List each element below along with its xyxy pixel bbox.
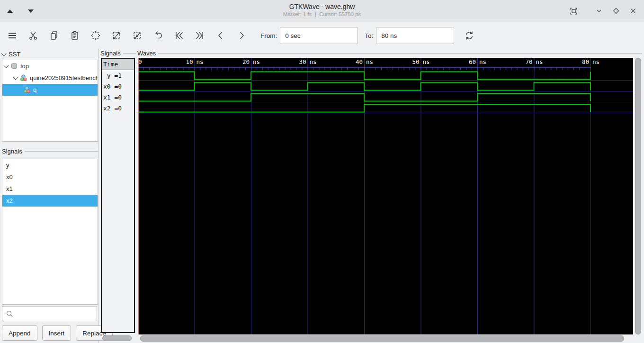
tree-node-label: quine20250915testbench xyxy=(30,74,98,81)
svg-text:ns: ns xyxy=(366,58,373,65)
svg-text:ns: ns xyxy=(479,58,486,65)
marker-status: Marker: 1 fs xyxy=(283,11,312,17)
zoom-out-icon xyxy=(132,30,143,41)
zoom-fit-button[interactable] xyxy=(87,27,104,44)
status-divider: | xyxy=(315,11,316,17)
maximize-button[interactable] xyxy=(611,6,621,16)
signal-list-item-x0[interactable]: x0 xyxy=(2,171,98,183)
chevron-left-icon xyxy=(215,30,226,41)
svg-text:ns: ns xyxy=(536,58,543,65)
waves-hscrollbar[interactable] xyxy=(140,335,630,342)
to-input[interactable] xyxy=(376,27,454,44)
time-header[interactable]: Time xyxy=(102,59,134,70)
signal-search-input[interactable] xyxy=(2,306,97,321)
svg-text:60: 60 xyxy=(469,58,476,65)
menu-button[interactable] xyxy=(4,27,21,44)
value-row-x2[interactable]: x2 =0 xyxy=(102,103,134,114)
chevron-down-icon xyxy=(3,63,9,68)
signals-frame-label: Signals xyxy=(2,147,98,155)
chevron-right-icon xyxy=(236,30,247,41)
tree-node-q[interactable]: q xyxy=(2,84,98,96)
sst-collapse-header[interactable]: SST xyxy=(2,49,98,59)
waves-frame-label: Waves xyxy=(137,49,642,57)
signal-list: yx0x1x2 xyxy=(2,159,98,305)
reload-button[interactable] xyxy=(461,27,478,44)
frame-line xyxy=(25,151,98,152)
waves-panel: Waves 010ns20ns30ns40ns50ns60ns70ns80ns xyxy=(137,49,642,343)
pane-splitter[interactable] xyxy=(98,49,99,343)
window-title: GTKWave - wave.ghw xyxy=(142,3,502,10)
zoom-in-icon xyxy=(111,30,122,41)
copy-button[interactable] xyxy=(45,27,63,44)
svg-text:ns: ns xyxy=(310,58,317,65)
minimize-button[interactable] xyxy=(594,6,604,16)
scissors-icon xyxy=(28,30,38,41)
sst-title: SST xyxy=(9,51,20,58)
menu-icon xyxy=(7,30,18,41)
append-button[interactable]: Append xyxy=(2,325,37,341)
go-to-start-button[interactable] xyxy=(170,27,188,44)
main-toolbar: From: To: xyxy=(0,22,644,49)
undo-arrow-icon xyxy=(153,30,163,41)
zoom-in-button[interactable] xyxy=(108,27,125,44)
signal-list-item-y[interactable]: y xyxy=(2,159,98,171)
from-label: From: xyxy=(260,32,277,39)
cylinder-icon xyxy=(10,63,18,70)
values-frame-title: Signals xyxy=(100,50,121,57)
marker-cursor-status: Marker: 1 fs | Cursor: 55780 ps xyxy=(142,11,502,17)
fit-window-button[interactable] xyxy=(568,6,579,16)
signal-action-buttons: AppendInsertReplace xyxy=(2,325,113,341)
values-box[interactable]: Time y =1x0 =0x1 =0x2 =0 xyxy=(101,58,135,333)
value-row-y[interactable]: y =1 xyxy=(102,70,134,81)
zoom-out-button[interactable] xyxy=(129,27,146,44)
frame-line xyxy=(123,53,136,54)
waveform-canvas[interactable]: 010ns20ns30ns40ns50ns60ns70ns80ns xyxy=(138,58,633,334)
paste-button[interactable] xyxy=(66,27,83,44)
fit-frame-icon xyxy=(570,7,578,15)
cut-button[interactable] xyxy=(25,27,42,44)
close-button[interactable] xyxy=(628,6,638,16)
scrollbar-thumb[interactable] xyxy=(140,335,624,342)
to-label: To: xyxy=(365,32,373,39)
values-panel: Signals Time y =1x0 =0x1 =0x2 =0 xyxy=(100,49,136,343)
triangle-up-icon xyxy=(7,9,13,13)
svg-text:70: 70 xyxy=(525,58,532,65)
to-end-icon xyxy=(195,30,205,41)
zoom-fit-icon xyxy=(90,30,101,41)
reload-icon xyxy=(464,30,474,41)
waves-frame-title: Waves xyxy=(137,50,156,57)
to-start-icon xyxy=(174,30,184,41)
step-right-button[interactable] xyxy=(233,27,250,44)
svg-text:0: 0 xyxy=(138,58,142,65)
shift-up-button[interactable] xyxy=(5,6,15,16)
tree-node-quine20250915testbench[interactable]: quine20250915testbench xyxy=(2,72,98,84)
waves-vscrollbar[interactable] xyxy=(635,58,641,334)
values-hscrollbar[interactable] xyxy=(102,335,134,341)
triangle-down-icon xyxy=(28,9,34,13)
diamond-icon xyxy=(612,7,620,15)
tree-node-top[interactable]: top xyxy=(2,60,98,72)
shift-down-button[interactable] xyxy=(26,6,36,16)
signal-list-item-x2[interactable]: x2 xyxy=(2,195,98,207)
close-icon xyxy=(629,7,637,15)
step-left-button[interactable] xyxy=(212,27,229,44)
chevron-down-icon xyxy=(1,51,6,56)
svg-text:ns: ns xyxy=(197,58,204,65)
module-icon xyxy=(23,86,31,93)
from-input[interactable] xyxy=(280,27,358,44)
search-icon xyxy=(6,310,13,317)
go-to-end-button[interactable] xyxy=(191,27,208,44)
chevron-down-icon xyxy=(595,7,603,15)
value-rows: y =1x0 =0x1 =0x2 =0 xyxy=(102,70,134,114)
zoom-undo-button[interactable] xyxy=(150,27,167,44)
svg-text:20: 20 xyxy=(242,58,250,65)
svg-text:40: 40 xyxy=(356,58,363,65)
insert-button[interactable]: Insert xyxy=(42,325,72,341)
value-row-x1[interactable]: x1 =0 xyxy=(102,92,134,103)
module-icon xyxy=(20,74,27,81)
scrollbar-thumb[interactable] xyxy=(635,58,641,334)
value-row-x0[interactable]: x0 =0 xyxy=(102,81,134,92)
signal-list-item-x1[interactable]: x1 xyxy=(2,183,98,195)
scrollbar-thumb[interactable] xyxy=(102,335,132,341)
waveform-svg: 010ns20ns30ns40ns50ns60ns70ns80ns xyxy=(138,58,633,334)
